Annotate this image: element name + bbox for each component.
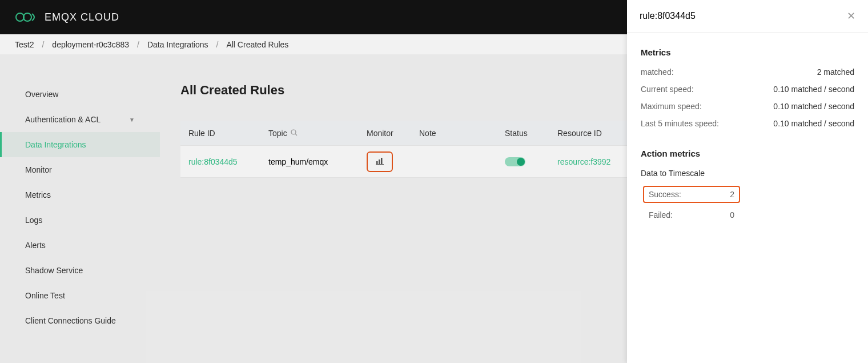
svg-rect-6 [381,158,383,164]
svg-rect-4 [376,161,378,164]
crumb-section[interactable]: Data Integrations [147,40,208,49]
side-logs[interactable]: Logs [0,208,160,233]
col-monitor: Monitor [367,129,419,138]
side-overview[interactable]: Overview [0,82,160,107]
metric-current-speed: Current speed:0.10 matched / second [641,85,854,94]
col-topic-label: Topic [268,129,287,138]
caret-down-icon: ▼ [129,117,135,123]
action-metrics-heading: Action metrics [641,149,854,158]
col-topic: Topic [268,129,367,138]
crumb-current: All Created Rules [226,40,288,49]
col-note: Note [419,129,505,138]
side-alerts[interactable]: Alerts [0,233,160,258]
logo-icon [15,12,39,22]
col-rule-id: Rule ID [180,129,268,138]
status-toggle[interactable] [505,157,525,166]
monitor-button[interactable] [367,151,393,172]
metric-last5-speed: Last 5 minutes speed:0.10 matched / seco… [641,119,854,128]
brand[interactable]: EMQX CLOUD [15,11,119,23]
svg-rect-5 [379,159,380,164]
brand-text: EMQX CLOUD [45,11,119,23]
metrics-heading: Metrics [641,47,854,57]
side-online-test[interactable]: Online Test [0,283,160,308]
svg-point-1 [23,13,31,21]
close-icon[interactable]: ✕ [847,10,855,22]
side-metrics[interactable]: Metrics [0,182,160,208]
chart-icon [376,157,384,166]
metric-max-speed: Maximum speed:0.10 matched / second [641,102,854,111]
search-icon[interactable] [291,129,298,138]
svg-line-3 [295,134,297,135]
sidebar: Overview Authentication & ACL ▼ Data Int… [0,54,160,363]
side-panel: rule:8f0344d5 ✕ Metrics matched:2 matche… [627,0,868,363]
side-auth-label: Authentication & ACL [25,115,101,124]
col-status: Status [505,129,557,138]
rule-id-link[interactable]: rule:8f0344d5 [180,157,268,166]
action-subtitle: Data to Timescale [641,169,854,178]
panel-title: rule:8f0344d5 [640,11,696,21]
side-auth[interactable]: Authentication & ACL ▼ [0,107,160,132]
metric-failed: Failed:0 [643,208,740,222]
side-guide[interactable]: Client Connections Guide [0,308,160,333]
svg-point-2 [291,130,296,134]
metric-success: Success:2 [643,186,740,203]
metric-matched: matched:2 matched [641,67,854,77]
topic-cell: temp_hum/emqx [268,157,367,166]
side-monitor[interactable]: Monitor [0,157,160,182]
crumb-project[interactable]: Test2 [15,40,34,49]
side-data-integrations[interactable]: Data Integrations [0,132,160,157]
svg-point-0 [16,13,24,21]
panel-header: rule:8f0344d5 ✕ [627,0,868,33]
side-shadow[interactable]: Shadow Service [0,258,160,283]
crumb-deployment[interactable]: deployment-r0c3c883 [52,40,129,49]
